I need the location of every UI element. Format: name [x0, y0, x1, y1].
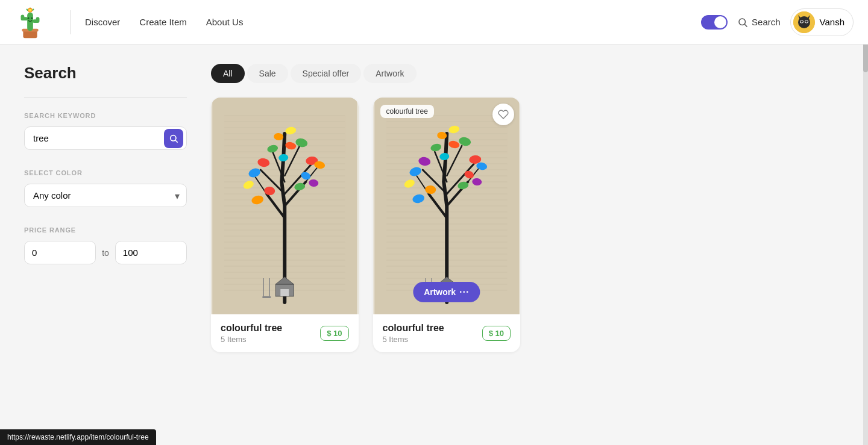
nav-create-item[interactable]: Create Item [139, 17, 186, 27]
card-tag-2: colourful tree [380, 105, 434, 118]
svg-line-26 [175, 140, 178, 143]
header-search-button[interactable]: Search [737, 17, 781, 28]
scrollbar[interactable] [863, 0, 868, 445]
card-info-1: colourful tree 5 Items [221, 323, 282, 344]
tab-special-offer[interactable]: Special offer [291, 64, 362, 83]
svg-rect-6 [36, 17, 40, 23]
sidebar-divider [24, 97, 187, 98]
nav-about-us[interactable]: About Us [206, 17, 244, 27]
artwork-badge-label: Artwork [424, 287, 456, 297]
card-image-2: colourful tree Artwork ··· [373, 98, 521, 314]
card-colourful-tree-2: colourful tree Artwork ··· c [373, 98, 521, 352]
svg-line-8 [27, 8, 28, 10]
svg-line-15 [744, 24, 747, 26]
card-colourful-tree-1: colourful tree 5 Items $ 10 [211, 98, 359, 352]
price-inputs: to [24, 241, 187, 264]
price-min-input[interactable] [24, 241, 96, 264]
search-input[interactable] [24, 126, 187, 150]
nav-discover[interactable]: Discover [85, 17, 120, 27]
main-nav: Discover Create Item About Us [85, 17, 243, 27]
filter-tabs: All Sale Special offer Artwork [211, 64, 844, 83]
card-heart-button-2[interactable] [492, 104, 514, 125]
header-divider [70, 10, 71, 34]
card-info-2: colourful tree 5 Items [383, 323, 444, 344]
user-name: Vansh [820, 17, 844, 27]
logo[interactable] [14, 4, 46, 40]
sidebar: Search SEARCH KEYWORD SELECT COLOR Any c… [24, 64, 187, 352]
card-subtitle-2: 5 Items [383, 335, 444, 344]
card-subtitle-1: 5 Items [221, 335, 282, 344]
svg-point-14 [739, 19, 746, 25]
card-title-2: colourful tree [383, 323, 444, 334]
card-body-2: colourful tree 5 Items $ 10 [373, 314, 521, 352]
svg-rect-4 [21, 14, 25, 20]
heart-icon [498, 109, 509, 120]
price-to-label: to [102, 248, 109, 258]
cactus-logo-icon [14, 4, 46, 40]
search-input-wrapper [24, 126, 187, 150]
svg-point-10 [28, 17, 30, 19]
status-url: https://rewaste.netlify.app/item/colourf… [7, 433, 149, 441]
svg-rect-79 [262, 296, 271, 298]
sidebar-title: Search [24, 64, 187, 82]
tab-artwork[interactable]: Artwork [363, 64, 416, 83]
user-profile-button[interactable]: Vansh [790, 8, 854, 36]
page-layout: Search SEARCH KEYWORD SELECT COLOR Any c… [0, 45, 868, 372]
artwork-badge-dots: ··· [459, 287, 469, 297]
header-right: Search Vansh [701, 8, 854, 36]
price-range-wrapper: PRICE RANGE to [24, 226, 187, 264]
cards-grid: colourful tree 5 Items $ 10 [211, 98, 844, 352]
avatar-icon [793, 11, 815, 33]
search-keyword-label: SEARCH KEYWORD [24, 112, 187, 119]
search-submit-button[interactable] [164, 129, 183, 148]
svg-point-24 [805, 20, 808, 23]
color-select-wrapper: SELECT COLOR Any color Red Blue Green Ye… [24, 169, 187, 207]
search-icon [737, 17, 748, 28]
avatar [793, 11, 815, 33]
price-badge-1: $ 10 [320, 326, 348, 341]
select-color-label: SELECT COLOR [24, 169, 187, 176]
search-submit-icon [169, 134, 178, 143]
svg-rect-76 [280, 289, 289, 296]
price-range-label: PRICE RANGE [24, 226, 187, 234]
price-badge-2: $ 10 [482, 326, 511, 341]
card-image-1 [211, 98, 359, 314]
color-select[interactable]: Any color Red Blue Green Yellow Orange [24, 184, 187, 207]
tab-all[interactable]: All [211, 64, 245, 83]
theme-toggle[interactable] [701, 15, 728, 30]
card-body-1: colourful tree 5 Items $ 10 [211, 314, 359, 352]
artwork-badge-2: Artwork ··· [413, 282, 480, 302]
main-content: All Sale Special offer Artwork [211, 64, 844, 352]
svg-point-23 [800, 20, 803, 23]
svg-point-11 [31, 17, 33, 19]
price-max-input[interactable] [115, 241, 187, 264]
status-bar: https://rewaste.netlify.app/item/colourf… [0, 429, 156, 445]
card-title-1: colourful tree [221, 323, 282, 334]
color-select-container: Any color Red Blue Green Yellow Orange ▾ [24, 184, 187, 207]
svg-line-9 [33, 8, 34, 10]
tree-artwork-1 [211, 98, 359, 314]
search-label: Search [752, 17, 781, 27]
header: Discover Create Item About Us Search [0, 0, 868, 45]
svg-point-13 [29, 8, 31, 11]
svg-point-25 [171, 135, 176, 140]
tab-sale[interactable]: Sale [247, 64, 288, 83]
